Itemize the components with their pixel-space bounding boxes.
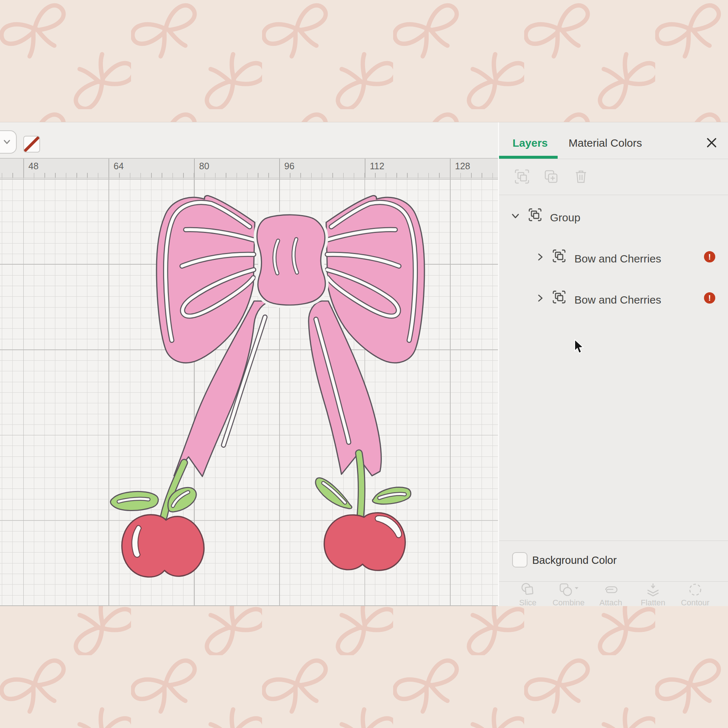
no-color-slash-icon bbox=[24, 136, 39, 152]
design-canvas[interactable] bbox=[0, 178, 498, 606]
group-icon bbox=[551, 289, 567, 305]
ruler-section-line bbox=[194, 159, 195, 177]
ruler-section-line bbox=[279, 159, 280, 177]
background-color-row: Background Color bbox=[499, 541, 728, 581]
tab-material-colors[interactable]: Material Colors bbox=[569, 137, 642, 149]
layer-row-group[interactable]: Group bbox=[499, 205, 728, 232]
ruler-label: 48 bbox=[28, 161, 38, 171]
delete-icon[interactable] bbox=[573, 168, 589, 185]
chevron-right-icon[interactable] bbox=[535, 294, 545, 303]
close-icon bbox=[705, 136, 718, 149]
ruler-section-line bbox=[23, 159, 24, 177]
chevron-right-icon[interactable] bbox=[535, 252, 545, 262]
layer-row-bow-and-cherries-1[interactable]: Bow and Cherries ! bbox=[499, 246, 728, 273]
chevron-down-icon bbox=[2, 136, 12, 147]
bow-and-cherries-artwork[interactable] bbox=[0, 178, 498, 606]
right-cherry-group bbox=[316, 453, 411, 570]
attach-button[interactable]: Attach bbox=[591, 581, 631, 606]
layer-row-bow-and-cherries-2[interactable]: Bow and Cherries ! bbox=[499, 287, 728, 314]
group-icon bbox=[551, 248, 567, 263]
linetype-dropdown-button[interactable] bbox=[0, 130, 17, 154]
ruler-label: 96 bbox=[284, 161, 294, 171]
layer-label: Group bbox=[550, 211, 580, 224]
chevron-down-icon[interactable] bbox=[511, 211, 520, 220]
close-panel-button[interactable] bbox=[703, 134, 720, 151]
slice-button[interactable]: Slice bbox=[508, 581, 548, 606]
background-color-label: Background Color bbox=[532, 554, 616, 566]
flatten-icon bbox=[645, 582, 661, 597]
ruler-label: 64 bbox=[113, 161, 124, 171]
left-cherry-group bbox=[110, 463, 204, 577]
background-color-checkbox[interactable] bbox=[512, 552, 528, 567]
mouse-cursor bbox=[574, 339, 586, 355]
combine-button[interactable]: Combine bbox=[549, 581, 589, 606]
duplicate-icon[interactable] bbox=[543, 168, 560, 185]
ruler-minor-ticks bbox=[0, 173, 498, 177]
ruler-label: 128 bbox=[455, 161, 470, 171]
layer-label: Bow and Cherries bbox=[574, 252, 661, 265]
ruler-label: 112 bbox=[370, 161, 384, 171]
contour-button[interactable]: Contour bbox=[675, 581, 715, 606]
group-icon bbox=[528, 207, 543, 222]
layers-panel: Layers Material Colors bbox=[499, 122, 728, 606]
layer-label: Bow and Cherries bbox=[574, 294, 661, 306]
dropdown-arrow-icon bbox=[575, 587, 578, 589]
ruler-section-line bbox=[109, 159, 109, 177]
active-tab-underline bbox=[499, 156, 558, 159]
attach-icon bbox=[602, 582, 619, 597]
panel-divider bbox=[499, 159, 728, 159]
horizontal-ruler: 48 64 80 96 112 128 bbox=[0, 158, 498, 178]
bow-knot bbox=[257, 215, 326, 305]
ruler-section-line bbox=[450, 159, 451, 177]
no-color-swatch-button[interactable] bbox=[23, 136, 40, 153]
slice-icon bbox=[520, 582, 536, 597]
flatten-button[interactable]: Flatten bbox=[633, 581, 673, 606]
combine-icon bbox=[558, 582, 579, 597]
bottom-toolbar: Slice Combine Attach bbox=[499, 581, 728, 606]
ruler-label: 80 bbox=[199, 161, 209, 171]
warning-icon[interactable]: ! bbox=[704, 292, 715, 304]
select-group-icon[interactable] bbox=[514, 168, 530, 185]
panel-divider bbox=[499, 195, 728, 195]
warning-icon[interactable]: ! bbox=[704, 251, 715, 262]
contour-icon bbox=[687, 582, 704, 597]
design-app-window: 48 64 80 96 112 128 bbox=[0, 122, 728, 606]
tab-layers[interactable]: Layers bbox=[512, 137, 548, 149]
ruler-section-line bbox=[365, 159, 366, 177]
